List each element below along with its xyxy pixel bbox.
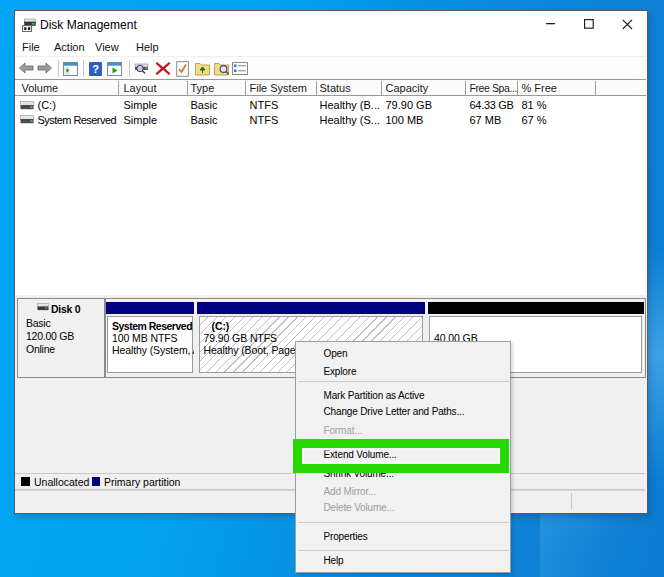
svg-text:?: ?: [92, 63, 99, 75]
